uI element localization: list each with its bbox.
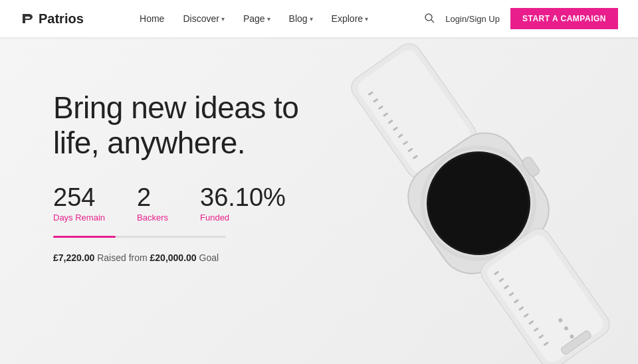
- stat-funded: 36.10% Funded: [200, 185, 286, 223]
- hero-content: Bring new ideas to life, anywhere. 254 D…: [53, 90, 332, 263]
- hero-section: Bring new ideas to life, anywhere. 254 D…: [0, 37, 638, 364]
- nav-item-home[interactable]: Home: [140, 13, 164, 24]
- chevron-down-icon: ▾: [221, 15, 225, 23]
- raised-prefix: Raised from: [97, 252, 150, 263]
- chevron-down-icon: ▾: [267, 15, 270, 23]
- watch-image: [292, 37, 638, 364]
- nav-item-blog[interactable]: Blog ▾: [289, 13, 313, 24]
- nav-menu: Home Discover ▾ Page ▾ Blog ▾ Explore ▾: [140, 13, 368, 24]
- svg-point-0: [425, 14, 432, 21]
- goal-suffix: Goal: [199, 252, 219, 263]
- logo-text: Patrios: [39, 11, 84, 27]
- logo-icon: [20, 11, 35, 26]
- nav-item-page[interactable]: Page ▾: [243, 13, 270, 24]
- nav-item-explore[interactable]: Explore ▾: [332, 13, 368, 24]
- raised-info: £7,220.00 Raised from £20,000.00 Goal: [53, 252, 332, 263]
- stat-funded-label: Funded: [200, 213, 286, 223]
- stat-backers: 2 Backers: [137, 185, 168, 223]
- svg-line-1: [431, 20, 434, 23]
- stat-days-label: Days Remain: [53, 213, 105, 223]
- chevron-down-icon: ▾: [310, 15, 313, 23]
- chevron-down-icon: ▾: [365, 15, 368, 23]
- hero-headline: Bring new ideas to life, anywhere.: [53, 90, 332, 161]
- hero-stats: 254 Days Remain 2 Backers 36.10% Funded: [53, 185, 332, 223]
- navbar: Patrios Home Discover ▾ Page ▾ Blog ▾: [0, 0, 638, 37]
- nav-item-discover[interactable]: Discover ▾: [183, 13, 224, 24]
- logo[interactable]: Patrios: [20, 11, 84, 27]
- goal-amount: £20,000.00: [150, 252, 197, 263]
- raised-amount: £7,220.00: [53, 252, 94, 263]
- search-icon[interactable]: [424, 13, 435, 25]
- nav-actions: Login/Sign Up START A CAMPAIGN: [424, 8, 618, 29]
- progress-bar-container: [53, 236, 226, 238]
- stat-days: 254 Days Remain: [53, 185, 105, 223]
- stat-days-number: 254: [53, 185, 105, 210]
- login-button[interactable]: Login/Sign Up: [445, 14, 500, 24]
- stat-backers-number: 2: [137, 185, 168, 210]
- stat-backers-label: Backers: [137, 213, 168, 223]
- progress-bar-fill: [53, 236, 116, 238]
- start-campaign-button[interactable]: START A CAMPAIGN: [510, 8, 618, 29]
- stat-funded-number: 36.10%: [200, 185, 286, 210]
